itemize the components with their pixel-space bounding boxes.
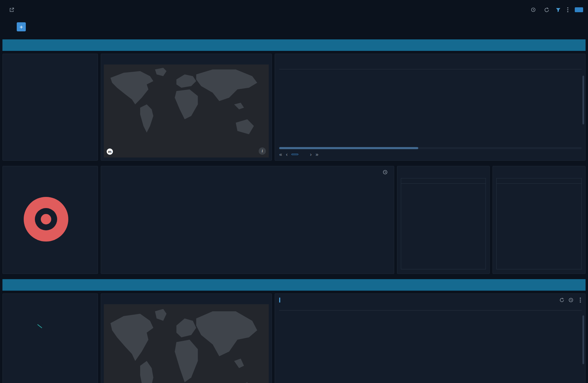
panel-drag-handle[interactable] <box>279 298 280 302</box>
panel-threats-rejected: « ‹ › » <box>275 54 586 161</box>
clock-icon <box>568 298 573 302</box>
table-header <box>401 178 486 184</box>
map-info-icon[interactable]: i <box>259 147 266 155</box>
bar-chart-plot <box>38 72 93 145</box>
time-range-control[interactable] <box>531 7 538 12</box>
section-banner-accepted <box>2 279 586 291</box>
world-map[interactable]: m i <box>104 64 269 158</box>
clock-icon <box>531 7 536 12</box>
panel-flows-rejected-by-interfaceid <box>2 54 98 161</box>
clock-icon <box>383 170 388 175</box>
current-page[interactable] <box>291 154 298 155</box>
pagination: « ‹ › » <box>279 149 582 158</box>
mapbox-attribution[interactable]: m <box>107 148 115 155</box>
panel-time-range[interactable] <box>568 298 575 302</box>
kebab-menu-icon[interactable] <box>580 297 581 303</box>
x-axis-ticks <box>38 146 93 151</box>
table-header <box>497 178 581 184</box>
top-dst-table <box>496 178 582 269</box>
filter-icon[interactable] <box>556 7 561 13</box>
panel-flows-rejected-by-dest-port <box>101 166 394 274</box>
x-axis-ticks <box>116 264 367 269</box>
top-src-table <box>401 178 486 269</box>
refresh-icon[interactable] <box>544 7 549 13</box>
next-page-icon[interactable]: › <box>310 152 312 157</box>
chart-plot <box>116 180 360 261</box>
mapbox-logo-icon: m <box>107 148 113 155</box>
donut-chart[interactable] <box>22 327 74 379</box>
header-controls <box>531 7 583 13</box>
last-page-icon[interactable]: » <box>315 152 318 157</box>
callout-leader-line <box>47 235 48 241</box>
row-accepted-1: m i <box>2 293 586 383</box>
panel-top20-srcdevice-ip <box>397 166 490 274</box>
world-map-landmass <box>104 304 269 383</box>
row-rejected-1: m i « ‹ › » <box>2 54 586 161</box>
section-banner-rejected <box>2 39 586 51</box>
panel-threats-accepted <box>275 293 586 383</box>
panel-flows-rejected-by-accountid <box>2 166 98 274</box>
table-header <box>279 65 582 69</box>
table-vertical-scrollbar[interactable] <box>582 76 584 124</box>
filter-bar: + <box>0 20 588 37</box>
donut-center-dot <box>41 214 51 224</box>
threats-table: « ‹ › » <box>279 65 582 158</box>
world-map[interactable]: m i <box>104 304 269 383</box>
refresh-icon[interactable] <box>559 298 564 302</box>
panel-geo-rejected: m i <box>101 54 272 161</box>
kebab-menu-icon[interactable] <box>567 7 568 13</box>
threats-table <box>279 306 582 383</box>
panel-geo-accepted: m i <box>101 293 272 383</box>
category-axis <box>8 72 36 145</box>
table-header <box>279 306 582 311</box>
table-vertical-scrollbar[interactable] <box>582 315 584 364</box>
edit-dashboard-icon[interactable] <box>9 7 14 13</box>
header <box>0 0 588 20</box>
add-panel-button[interactable] <box>575 7 583 12</box>
prev-page-icon[interactable]: ‹ <box>286 152 288 157</box>
panel-top20-dstdevice-ip <box>492 166 586 274</box>
first-page-icon[interactable]: « <box>279 152 282 157</box>
y-axis-ticks <box>105 180 114 261</box>
add-filter-button[interactable]: + <box>17 22 26 31</box>
row-rejected-2 <box>2 166 586 274</box>
panel-bytes-accepted-by-transport <box>2 293 98 383</box>
panel-time-range[interactable] <box>383 170 390 175</box>
world-map-landmass <box>104 64 269 158</box>
